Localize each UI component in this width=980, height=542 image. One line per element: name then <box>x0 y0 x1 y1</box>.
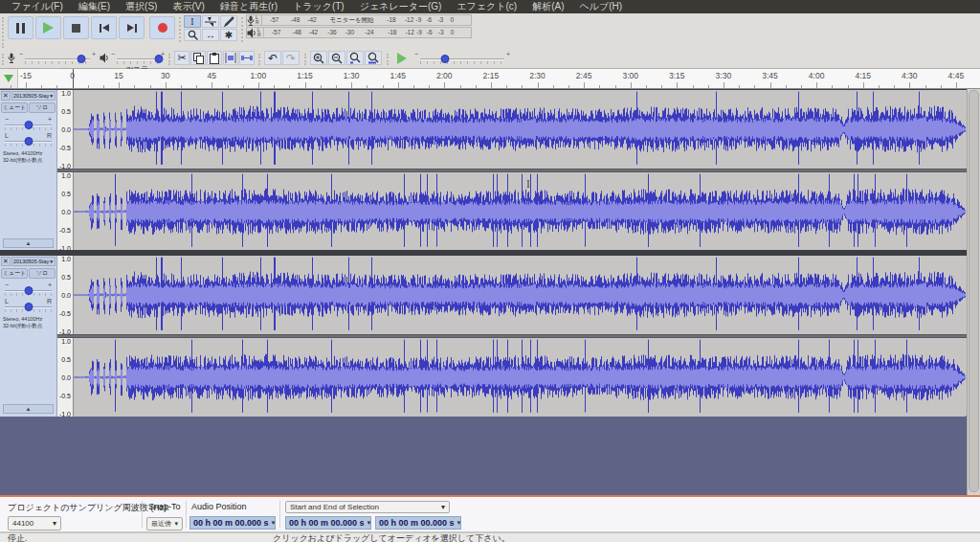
gain-slider[interactable]: −+ <box>3 116 54 131</box>
waveform-right[interactable] <box>74 338 966 417</box>
gain-knob[interactable] <box>24 286 33 295</box>
skip-to-end-button[interactable] <box>119 16 145 39</box>
menu-view[interactable]: 表示(V) <box>165 0 212 13</box>
menu-analyze[interactable]: 解析(A) <box>524 0 571 13</box>
play-speed-knob[interactable] <box>441 55 450 63</box>
pan-slider[interactable]: LR <box>3 132 54 147</box>
track-2-control-panel[interactable]: ✕ 20130505-Stay▼ ミュート ソロ −+ LR Stereo, 4… <box>0 256 57 417</box>
draw-tool-button[interactable] <box>220 15 237 28</box>
vertical-ruler[interactable]: 1.00.50.0-0.5-1.0 <box>57 256 74 334</box>
track-name-menu[interactable]: 20130505-Stay▼ <box>11 257 56 266</box>
edit-toolbar-grip[interactable] <box>168 54 171 65</box>
vertical-scrollbar[interactable] <box>967 89 980 495</box>
track-panel-area[interactable]: ✕ 20130505-Stay▼ ミュート ソロ −+ LR Stereo, 4… <box>0 89 980 495</box>
menu-tracks[interactable]: トラック(T) <box>285 0 352 13</box>
meter-tick: -18 <box>388 29 396 35</box>
scrollbar-thumb[interactable] <box>969 90 979 492</box>
menu-help[interactable]: ヘルプ(H) <box>572 0 631 13</box>
playback-meter-scale[interactable]: -57-48-42-36-30-24-18-12-9-6-30 <box>263 28 471 37</box>
timeline-tick <box>491 82 492 88</box>
collapse-track-button[interactable]: ▲ <box>3 404 54 414</box>
silence-audio-button[interactable] <box>239 51 255 65</box>
audio-track-2[interactable]: ✕ 20130505-Stay▼ ミュート ソロ −+ LR Stereo, 4… <box>0 255 967 416</box>
zoom-in-button[interactable] <box>310 51 327 65</box>
envelope-tool-button[interactable] <box>202 15 219 28</box>
input-volume-knob[interactable] <box>77 55 85 63</box>
output-volume-knob[interactable] <box>155 55 164 63</box>
recording-meter[interactable]: LR -57-48-42-18-12-9-6-30モニターを開始 <box>246 14 472 26</box>
vertical-ruler[interactable]: 1.00.50.0-0.5-1.0 <box>57 172 74 251</box>
menu-select[interactable]: 選択(S) <box>118 0 165 13</box>
menu-effect[interactable]: エフェクト(c) <box>449 0 524 13</box>
menu-file[interactable]: ファイル(F) <box>4 0 71 13</box>
undo-button[interactable]: ↶ <box>264 51 281 65</box>
zoom-tool-button[interactable] <box>184 29 201 41</box>
stop-button[interactable] <box>63 16 89 39</box>
pan-knob[interactable] <box>24 303 33 311</box>
gain-knob[interactable] <box>24 121 33 129</box>
play-speed-slider[interactable]: −+ <box>414 51 510 64</box>
track-1-control-panel[interactable]: ✕ 20130505-Stay▼ ミュート ソロ −+ LR Stereo, 4… <box>0 90 57 251</box>
zoom-toolbar-grip[interactable] <box>304 54 307 65</box>
cut-button[interactable]: ✂ <box>174 51 189 65</box>
recording-meter-scale[interactable]: -57-48-42-18-12-9-6-30モニターを開始 <box>261 15 471 25</box>
tools-toolbar-grip[interactable] <box>179 17 182 42</box>
track-name-menu[interactable]: 20130505-Stay▼ <box>11 91 56 101</box>
timeshift-tool-button[interactable]: ↔ <box>202 29 219 41</box>
snap-to-select[interactable]: 最近傍▾ <box>146 517 183 531</box>
output-volume-slider[interactable]: −+ <box>111 51 165 64</box>
skip-to-start-button[interactable] <box>91 16 117 39</box>
solo-button[interactable]: ソロ <box>29 102 56 113</box>
timeline-ruler[interactable]: -1501530451:001:151:301:452:002:152:302:… <box>0 69 980 89</box>
copy-button[interactable] <box>190 51 206 65</box>
redo-button[interactable]: ↷ <box>282 51 300 65</box>
timeline-tick <box>398 82 399 88</box>
audio-track-1[interactable]: ✕ 20130505-Stay▼ ミュート ソロ −+ LR Stereo, 4… <box>0 89 967 250</box>
mute-button[interactable]: ミュート <box>1 102 28 113</box>
mute-button[interactable]: ミュート <box>1 268 28 279</box>
pan-knob[interactable] <box>24 137 33 146</box>
input-volume-slider[interactable]: −+ <box>19 51 96 64</box>
vertical-ruler[interactable]: 1.00.50.0-0.5-1.0 <box>57 338 74 417</box>
collapse-track-button[interactable]: ▲ <box>3 238 54 248</box>
solo-button[interactable]: ソロ <box>29 268 56 279</box>
close-track-button[interactable]: ✕ <box>1 91 11 101</box>
waveform-right[interactable] <box>74 172 966 251</box>
menu-transport[interactable]: 録音と再生(r) <box>212 0 285 13</box>
selection-end-field[interactable]: 00 h 00 m 00.000 s▼ <box>375 516 461 530</box>
playback-meter[interactable]: LR -57-48-42-36-30-24-18-12-9-6-30 <box>246 27 472 38</box>
pause-button[interactable] <box>8 16 33 39</box>
timeline-scale[interactable]: -1501530451:001:151:301:452:002:152:302:… <box>0 69 968 88</box>
monitor-start-label[interactable]: モニターを開始 <box>329 16 373 25</box>
close-track-button[interactable]: ✕ <box>1 257 11 266</box>
transcription-toolbar-grip[interactable] <box>387 54 390 65</box>
waveform-left[interactable] <box>74 90 966 169</box>
multi-tool-button[interactable]: ✱ <box>220 29 237 41</box>
chevron-down-icon: ▾ <box>174 520 178 528</box>
selection-mode-select[interactable]: Start and End of Selection▾ <box>285 501 450 513</box>
paste-button[interactable] <box>207 51 222 65</box>
record-button[interactable] <box>149 16 175 39</box>
play-button[interactable] <box>35 16 61 39</box>
pan-slider[interactable]: LR <box>3 298 54 313</box>
trim-audio-button[interactable] <box>223 51 238 65</box>
transport-toolbar-grip[interactable] <box>2 17 5 48</box>
selection-tool-button[interactable]: I <box>184 15 201 28</box>
waveform-left[interactable] <box>74 256 966 334</box>
gain-slider[interactable]: −+ <box>3 282 54 297</box>
mixer-toolbar-grip[interactable] <box>2 54 5 65</box>
menu-edit[interactable]: 編集(E) <box>71 0 118 13</box>
menu-generate[interactable]: ジェネレーター(G) <box>352 0 450 13</box>
fit-project-button[interactable] <box>365 51 382 65</box>
audio-position-field[interactable]: 00 h 00 m 00.000 s▼ <box>189 516 276 530</box>
undo-toolbar-grip[interactable] <box>258 54 261 65</box>
project-rate-select[interactable]: 44100▾ <box>8 516 61 531</box>
vruler-label: 1.0 <box>61 256 71 262</box>
fit-selection-button[interactable] <box>346 51 364 65</box>
vertical-ruler[interactable]: 1.00.50.0-0.5-1.0 <box>57 90 74 169</box>
timeline-label: 2:15 <box>483 71 500 80</box>
zoom-out-button[interactable] <box>328 51 345 65</box>
play-at-speed-button[interactable] <box>392 51 412 65</box>
selection-start-field[interactable]: 00 h 00 m 00.000 s▼ <box>285 516 371 530</box>
meter-toolbar-grip[interactable] <box>241 17 244 42</box>
